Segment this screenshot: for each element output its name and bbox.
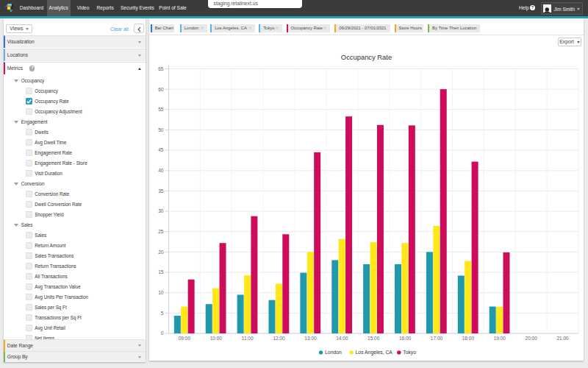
- svg-text:65: 65: [158, 66, 164, 71]
- svg-text:20:00: 20:00: [526, 336, 538, 341]
- svg-text:50: 50: [158, 127, 164, 132]
- svg-text:Los Angeles, CA: Los Angeles, CA: [356, 350, 393, 355]
- svg-text:5: 5: [161, 311, 164, 316]
- svg-text:21:00: 21:00: [556, 336, 569, 341]
- svg-text:20: 20: [158, 250, 164, 255]
- svg-text:11:00: 11:00: [242, 336, 254, 341]
- svg-text:10:00: 10:00: [210, 336, 223, 341]
- svg-text:60: 60: [158, 87, 164, 92]
- svg-text:19:00: 19:00: [494, 336, 506, 341]
- svg-text:17:00: 17:00: [431, 336, 443, 341]
- svg-text:16:00: 16:00: [399, 336, 412, 341]
- svg-text:12:00: 12:00: [273, 336, 285, 341]
- svg-text:45: 45: [158, 147, 164, 152]
- svg-text:13:00: 13:00: [304, 336, 317, 341]
- svg-text:10: 10: [158, 290, 164, 295]
- svg-text:Tokyo: Tokyo: [403, 350, 416, 355]
- svg-text:Occupancy Rate: Occupancy Rate: [341, 53, 392, 61]
- svg-text:15: 15: [158, 269, 164, 275]
- svg-text:30: 30: [158, 208, 164, 213]
- svg-text:0: 0: [161, 330, 164, 336]
- svg-text:London: London: [325, 350, 342, 355]
- svg-text:35: 35: [158, 188, 164, 194]
- svg-text:18:00: 18:00: [462, 336, 475, 341]
- svg-text:09:00: 09:00: [179, 336, 191, 341]
- svg-text:15:00: 15:00: [368, 336, 380, 341]
- svg-text:40: 40: [158, 168, 164, 173]
- svg-text:55: 55: [158, 107, 164, 112]
- svg-text:25: 25: [158, 229, 164, 234]
- svg-text:14:00: 14:00: [336, 336, 348, 341]
